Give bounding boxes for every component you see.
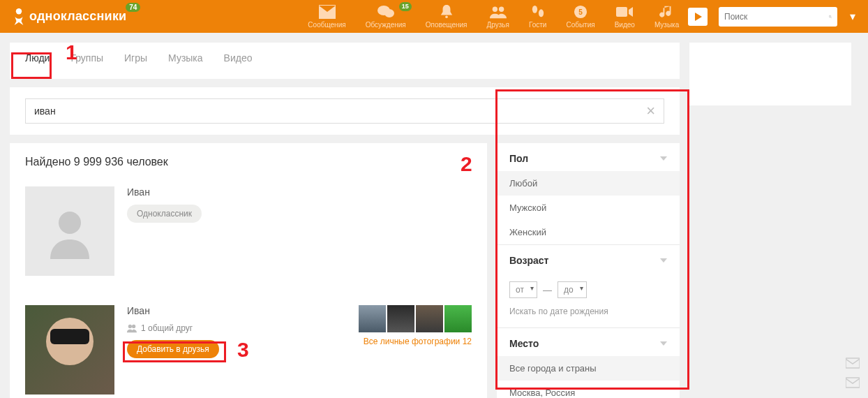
bell-icon bbox=[438, 5, 455, 19]
nav-label: Музыка bbox=[654, 21, 679, 29]
svg-point-4 bbox=[445, 15, 448, 18]
search-icon bbox=[829, 12, 832, 22]
avatar-placeholder[interactable] bbox=[25, 186, 114, 276]
nav-events[interactable]: 5 События bbox=[566, 5, 594, 29]
filter-gender-header[interactable]: Пол bbox=[497, 143, 680, 171]
place-option-moscow[interactable]: Москва, Россия bbox=[497, 381, 680, 398]
clear-icon[interactable]: × bbox=[646, 103, 655, 119]
nav-label: Обсуждения bbox=[366, 21, 406, 29]
video-icon bbox=[616, 5, 633, 19]
filter-place: Место Все города и страны Москва, Россия bbox=[497, 328, 680, 398]
avatar-photo[interactable] bbox=[25, 305, 114, 395]
filter-gender: Пол Любой Мужской Женский bbox=[497, 143, 680, 245]
add-friend-button[interactable]: Добавить в друзья bbox=[127, 340, 219, 358]
mutual-text: 1 общий друг bbox=[141, 323, 193, 333]
gender-option-any[interactable]: Любой bbox=[497, 171, 680, 196]
filter-place-header[interactable]: Место bbox=[497, 328, 680, 356]
nav-music[interactable]: Музыка bbox=[654, 5, 679, 29]
age-from-select[interactable]: от bbox=[509, 281, 537, 298]
tab-people[interactable]: Люди bbox=[22, 52, 52, 79]
svg-rect-16 bbox=[846, 358, 860, 368]
svg-point-6 bbox=[499, 6, 504, 11]
header-search[interactable] bbox=[719, 7, 837, 27]
age-range-row: от — до bbox=[497, 273, 680, 307]
svg-text:5: 5 bbox=[578, 8, 583, 15]
birth-date-link[interactable]: Искать по дате рождения bbox=[497, 307, 680, 327]
nav-label: События bbox=[566, 21, 594, 29]
nav-label: Друзья bbox=[486, 21, 509, 29]
header-nav: Сообщения 15 Обсуждения Оповещения Друзь… bbox=[308, 5, 679, 29]
mutual-friends[interactable]: 1 общий друг bbox=[127, 323, 346, 333]
query-input-wrap[interactable]: × bbox=[25, 98, 664, 124]
nav-badge: 15 bbox=[399, 2, 412, 11]
ok-logo-icon bbox=[13, 7, 25, 27]
result-name[interactable]: Иван bbox=[127, 305, 346, 316]
gender-option-male[interactable]: Мужской bbox=[497, 196, 680, 220]
nav-discussions[interactable]: 15 Обсуждения bbox=[366, 5, 406, 29]
floating-actions bbox=[846, 358, 860, 388]
logo-text: одноклассники bbox=[29, 9, 126, 24]
play-icon bbox=[694, 13, 702, 21]
all-photos-link[interactable]: Все личные фотографии 12 bbox=[364, 337, 472, 346]
nav-friends[interactable]: Друзья bbox=[486, 5, 509, 29]
result-item: Иван Одноклассник bbox=[25, 179, 472, 283]
chevron-down-icon bbox=[660, 155, 667, 162]
filter-title: Пол bbox=[509, 153, 528, 164]
footprints-icon bbox=[530, 5, 546, 19]
logo[interactable]: одноклассники 74 bbox=[13, 7, 126, 27]
svg-point-15 bbox=[132, 325, 135, 328]
right-sidebar bbox=[689, 43, 851, 105]
music-icon bbox=[659, 5, 675, 19]
results-heading: Найдено 9 999 936 человек bbox=[25, 156, 472, 168]
friends-icon bbox=[490, 5, 507, 19]
nav-label: Гости bbox=[529, 21, 546, 29]
thumb[interactable] bbox=[444, 305, 472, 332]
results-panel: Найдено 9 999 936 человек Иван Однокласс… bbox=[10, 143, 487, 398]
age-to-select[interactable]: до bbox=[558, 281, 587, 298]
play-button[interactable] bbox=[688, 8, 708, 26]
person-icon bbox=[42, 203, 98, 259]
classmate-tag[interactable]: Одноклассник bbox=[127, 205, 202, 223]
tab-groups[interactable]: Группы bbox=[68, 52, 106, 79]
nav-label: Видео bbox=[615, 21, 635, 29]
gender-option-female[interactable]: Женский bbox=[497, 220, 680, 244]
photo-thumbs bbox=[359, 305, 472, 332]
tab-games[interactable]: Игры bbox=[121, 52, 150, 79]
svg-point-8 bbox=[539, 9, 544, 17]
svg-point-3 bbox=[384, 9, 394, 17]
thumb[interactable] bbox=[416, 305, 443, 332]
result-name[interactable]: Иван bbox=[127, 186, 472, 198]
logo-badge: 74 bbox=[126, 3, 140, 12]
nav-guests[interactable]: Гости bbox=[529, 5, 546, 29]
svg-rect-17 bbox=[846, 378, 860, 388]
search-input[interactable] bbox=[724, 12, 829, 22]
query-input[interactable] bbox=[34, 105, 646, 117]
thumb[interactable] bbox=[359, 305, 386, 332]
nav-label: Сообщения bbox=[308, 21, 345, 29]
place-option-all[interactable]: Все города и страны bbox=[497, 356, 680, 381]
nav-messages[interactable]: Сообщения bbox=[308, 5, 345, 29]
thumb[interactable] bbox=[387, 305, 414, 332]
svg-point-13 bbox=[59, 212, 81, 234]
chevron-down-icon bbox=[660, 257, 667, 264]
events-icon: 5 bbox=[572, 5, 589, 19]
svg-point-5 bbox=[492, 6, 497, 11]
chevron-down-icon bbox=[660, 340, 667, 347]
search-tabs: Люди Группы Игры Музыка Видео bbox=[10, 43, 680, 79]
envelope-icon[interactable] bbox=[846, 377, 860, 388]
menu-caret-icon[interactable]: ▾ bbox=[850, 10, 855, 23]
tab-music[interactable]: Музыка bbox=[165, 52, 206, 79]
tab-video[interactable]: Видео bbox=[221, 52, 255, 79]
nav-notifications[interactable]: Оповещения bbox=[426, 5, 467, 29]
chat-icon bbox=[377, 5, 394, 19]
nav-label: Оповещения bbox=[426, 21, 467, 29]
nav-video[interactable]: Видео bbox=[615, 5, 635, 29]
envelope-icon bbox=[319, 5, 336, 19]
query-row: × bbox=[10, 87, 680, 135]
filters-panel: Пол Любой Мужской Женский Возраст от — bbox=[497, 143, 680, 398]
filter-age: Возраст от — до Искать по дате рождения bbox=[497, 245, 680, 328]
filter-title: Место bbox=[509, 338, 539, 349]
envelope-icon[interactable] bbox=[846, 358, 860, 369]
filter-age-header[interactable]: Возраст bbox=[497, 245, 680, 273]
result-item: Иван 1 общий друг Добавить в друзья bbox=[25, 298, 472, 398]
